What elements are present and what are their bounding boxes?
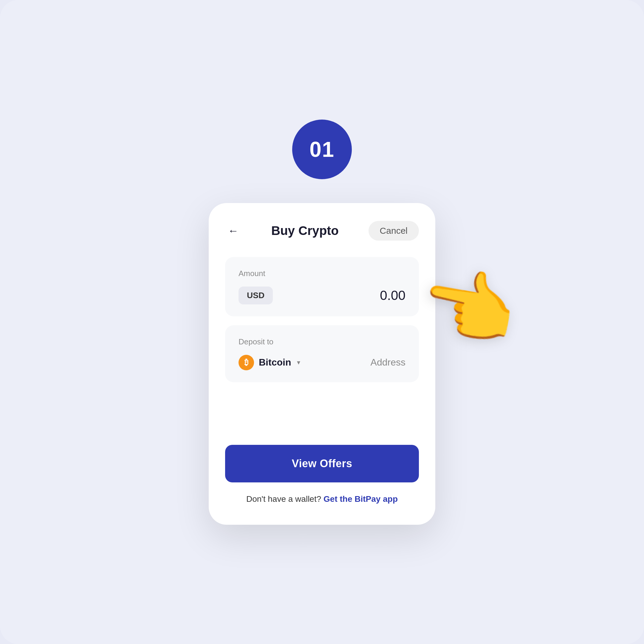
phone-card: ← Buy Crypto Cancel Amount USD 0.00 Depo… bbox=[209, 203, 435, 525]
page-title: Buy Crypto bbox=[271, 224, 339, 238]
amount-label: Amount bbox=[239, 269, 405, 278]
back-arrow-icon: ← bbox=[228, 225, 239, 237]
crypto-selector[interactable]: ₿ Bitcoin ▾ bbox=[239, 355, 300, 370]
wallet-prompt-text: Don't have a wallet? bbox=[246, 494, 321, 504]
page-wrapper: 01 ← Buy Crypto Cancel Amount USD 0.00 bbox=[0, 0, 644, 644]
step-badge: 01 bbox=[292, 120, 352, 179]
bitcoin-symbol: ₿ bbox=[244, 358, 248, 367]
amount-row: USD 0.00 bbox=[239, 287, 405, 304]
currency-badge[interactable]: USD bbox=[239, 287, 273, 304]
step-number: 01 bbox=[309, 137, 335, 162]
app-header: ← Buy Crypto Cancel bbox=[225, 221, 419, 241]
content-spacer bbox=[225, 391, 419, 445]
hand-illustration: 👉 bbox=[416, 261, 525, 354]
deposit-row: ₿ Bitcoin ▾ Address bbox=[239, 355, 405, 370]
amount-value[interactable]: 0.00 bbox=[380, 288, 405, 303]
back-button[interactable]: ← bbox=[225, 222, 241, 239]
get-bitpay-link[interactable]: Get the BitPay app bbox=[323, 494, 398, 504]
bitcoin-icon: ₿ bbox=[239, 355, 254, 370]
deposit-label: Deposit to bbox=[239, 337, 405, 346]
crypto-name: Bitcoin bbox=[259, 357, 291, 368]
wallet-prompt-row: Don't have a wallet? Get the BitPay app bbox=[225, 494, 419, 504]
view-offers-button[interactable]: View Offers bbox=[225, 445, 419, 482]
phone-container: ← Buy Crypto Cancel Amount USD 0.00 Depo… bbox=[209, 203, 435, 525]
chevron-down-icon: ▾ bbox=[297, 359, 300, 366]
address-label[interactable]: Address bbox=[371, 357, 405, 368]
amount-section: Amount USD 0.00 bbox=[225, 257, 419, 316]
deposit-section: Deposit to ₿ Bitcoin ▾ Address bbox=[225, 325, 419, 382]
cancel-button[interactable]: Cancel bbox=[369, 221, 419, 241]
